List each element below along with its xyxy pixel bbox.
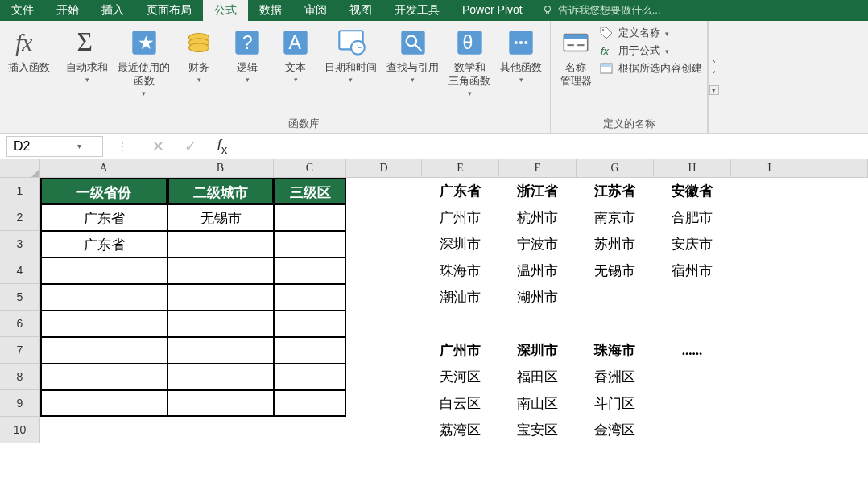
cell-h6[interactable]: [654, 311, 731, 337]
cell-j9[interactable]: [808, 390, 868, 417]
row-header-9[interactable]: 9: [0, 390, 40, 417]
cell-j2[interactable]: [808, 204, 868, 231]
cell-i7[interactable]: [731, 337, 808, 364]
cell-e10[interactable]: 荔湾区: [422, 417, 499, 443]
cell-d6[interactable]: [346, 311, 422, 337]
row-header-3[interactable]: 3: [0, 231, 40, 257]
cell-a4[interactable]: [40, 257, 167, 284]
cell-d8[interactable]: [346, 364, 422, 390]
cell-a5[interactable]: [40, 284, 167, 311]
tab-insert[interactable]: 插入: [90, 0, 135, 21]
cell-e7[interactable]: 广州市: [422, 337, 499, 364]
lookup-button[interactable]: 查找与引用 ▾: [383, 24, 442, 85]
cell-d4[interactable]: [346, 257, 422, 284]
cell-b3[interactable]: [167, 231, 274, 257]
cell-e9[interactable]: 白云区: [422, 390, 499, 417]
tab-formulas[interactable]: 公式: [203, 0, 248, 21]
cell-c1[interactable]: 三级区: [274, 178, 346, 204]
create-from-selection-button[interactable]: 根据所选内容创建: [599, 61, 702, 76]
row-header-5[interactable]: 5: [0, 284, 40, 311]
cell-a2[interactable]: 广东省: [40, 204, 167, 231]
cell-c7[interactable]: [274, 337, 346, 364]
col-header-e[interactable]: E: [422, 159, 499, 177]
col-header-a[interactable]: A: [40, 159, 167, 177]
tab-page-layout[interactable]: 页面布局: [135, 0, 203, 21]
cell-f4[interactable]: 温州市: [499, 257, 577, 284]
tab-powerpivot[interactable]: Power Pivot: [451, 0, 534, 21]
cell-j8[interactable]: [808, 364, 868, 390]
cell-f8[interactable]: 福田区: [499, 364, 577, 390]
row-header-2[interactable]: 2: [0, 204, 40, 231]
cell-c4[interactable]: [274, 257, 346, 284]
cell-d7[interactable]: [346, 337, 422, 364]
cell-a3[interactable]: 广东省: [40, 231, 167, 257]
cell-b2[interactable]: 无锡市: [167, 204, 274, 231]
row-header-7[interactable]: 7: [0, 337, 40, 364]
cell-c5[interactable]: [274, 284, 346, 311]
row-header-6[interactable]: 6: [0, 311, 40, 337]
cell-i3[interactable]: [731, 231, 808, 257]
autosum-button[interactable]: Σ 自动求和 ▾: [63, 24, 111, 85]
cell-c2[interactable]: [274, 204, 346, 231]
cell-a10[interactable]: [40, 417, 167, 443]
chevron-down-icon[interactable]: ▾: [72, 142, 86, 150]
tab-developer[interactable]: 开发工具: [383, 0, 451, 21]
cell-g8[interactable]: 香洲区: [577, 364, 654, 390]
logical-button[interactable]: ? 逻辑 ▾: [225, 24, 270, 85]
cell-b1[interactable]: 二级城市: [167, 178, 274, 204]
cell-j6[interactable]: [808, 311, 868, 337]
cell-h4[interactable]: 宿州市: [654, 257, 731, 284]
cell-h2[interactable]: 合肥市: [654, 204, 731, 231]
fx-button[interactable]: fx: [206, 137, 238, 156]
cell-c10[interactable]: [274, 417, 346, 443]
cell-i1[interactable]: [731, 178, 808, 204]
cell-j5[interactable]: [808, 284, 868, 311]
cell-g4[interactable]: 无锡市: [577, 257, 654, 284]
cell-f2[interactable]: 杭州市: [499, 204, 577, 231]
cell-b8[interactable]: [167, 364, 274, 390]
cell-g9[interactable]: 斗门区: [577, 390, 654, 417]
cell-h9[interactable]: [654, 390, 731, 417]
cell-e3[interactable]: 深圳市: [422, 231, 499, 257]
cell-f1[interactable]: 浙江省: [499, 178, 577, 204]
cell-f7[interactable]: 深圳市: [499, 337, 577, 364]
col-header-c[interactable]: C: [274, 159, 346, 177]
cell-d5[interactable]: [346, 284, 422, 311]
cell-f9[interactable]: 南山区: [499, 390, 577, 417]
cell-h3[interactable]: 安庆市: [654, 231, 731, 257]
cell-b9[interactable]: [167, 390, 274, 417]
cell-i2[interactable]: [731, 204, 808, 231]
tab-data[interactable]: 数据: [248, 0, 293, 21]
cell-h5[interactable]: [654, 284, 731, 311]
cell-a8[interactable]: [40, 364, 167, 390]
cell-a6[interactable]: [40, 311, 167, 337]
cell-b4[interactable]: [167, 257, 274, 284]
math-button[interactable]: θ 数学和 三角函数 ▾: [445, 24, 494, 99]
other-functions-button[interactable]: 其他函数 ▾: [497, 24, 545, 85]
cell-g10[interactable]: 金湾区: [577, 417, 654, 443]
cell-e2[interactable]: 广州市: [422, 204, 499, 231]
col-header-d[interactable]: D: [346, 159, 422, 177]
cell-a7[interactable]: [40, 337, 167, 364]
col-header-f[interactable]: F: [499, 159, 577, 177]
row-header-8[interactable]: 8: [0, 364, 40, 390]
tab-home[interactable]: 开始: [45, 0, 90, 21]
cell-j3[interactable]: [808, 231, 868, 257]
cell-e8[interactable]: 天河区: [422, 364, 499, 390]
name-manager-button[interactable]: 名称 管理器: [556, 24, 596, 90]
cell-i6[interactable]: [731, 311, 808, 337]
cell-g6[interactable]: [577, 311, 654, 337]
name-box-grip[interactable]: ⋮: [103, 140, 142, 153]
col-header-i[interactable]: I: [731, 159, 808, 177]
cell-f3[interactable]: 宁波市: [499, 231, 577, 257]
cell-d2[interactable]: [346, 204, 422, 231]
cell-a1[interactable]: 一级省份: [40, 178, 167, 204]
cell-c6[interactable]: [274, 311, 346, 337]
cell-e6[interactable]: [422, 311, 499, 337]
row-header-10[interactable]: 10: [0, 417, 40, 443]
cell-b6[interactable]: [167, 311, 274, 337]
tab-view[interactable]: 视图: [338, 0, 383, 21]
formula-input[interactable]: [238, 136, 868, 157]
datetime-button[interactable]: 日期和时间 ▾: [321, 24, 380, 85]
define-name-button[interactable]: 定义名称 ▾: [599, 26, 702, 40]
